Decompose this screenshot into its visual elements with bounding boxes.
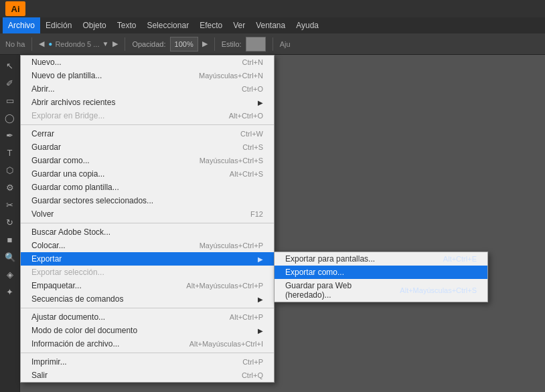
menu-empaquetar[interactable]: Empaquetar... Alt+Mayúsculas+Ctrl+P xyxy=(21,279,274,292)
file-menu-dropdown[interactable]: Nuevo... Ctrl+N Nuevo de plantilla... Ma… xyxy=(20,55,275,383)
brush-name: Redondo 5 ... xyxy=(55,40,99,48)
toolbar-separator-2 xyxy=(125,37,125,51)
separator-4 xyxy=(21,353,274,353)
opacity-value[interactable]: 100% xyxy=(170,37,198,52)
menu-ver[interactable]: Ver xyxy=(228,17,250,33)
menu-guardar-sectores[interactable]: Guardar sectores seleccionados... xyxy=(21,194,274,207)
tool-rotate[interactable]: ↻ xyxy=(2,214,18,230)
menu-cerrar[interactable]: Cerrar Ctrl+W xyxy=(21,127,274,140)
tools-panel: ↖ ✐ ▭ ◯ ✒ T ⬡ ⚙ ✂ ↻ ■ 🔍 ◈ ✦ xyxy=(0,55,20,392)
menu-guardar-como[interactable]: Guardar como... Mayúsculas+Ctrl+S xyxy=(21,154,274,167)
toolbar-separator-3 xyxy=(214,37,215,51)
menu-exportar[interactable]: Exportar ▶ Exportar para pantallas... Al… xyxy=(21,252,274,266)
menu-modo-color[interactable]: Modo de color del documento ▶ xyxy=(21,324,274,337)
menu-seleccionar[interactable]: Seleccionar xyxy=(141,17,194,33)
menu-volver[interactable]: Volver F12 xyxy=(21,207,274,221)
arrow-right-icon[interactable]: ▶ xyxy=(112,39,118,48)
menu-guardar[interactable]: Guardar Ctrl+S xyxy=(21,140,274,154)
main-area: ↖ ✐ ▭ ◯ ✒ T ⬡ ⚙ ✂ ↻ ■ 🔍 ◈ ✦ Nuevo... Ctr… xyxy=(0,55,545,392)
menu-archivo[interactable]: Archivo xyxy=(3,17,40,33)
tool-scissors[interactable]: ✂ xyxy=(2,197,18,213)
menu-buscar-stock[interactable]: Buscar Adobe Stock... xyxy=(21,225,274,239)
tool-zoom[interactable]: 🔍 xyxy=(2,249,18,265)
tool-draw[interactable]: ✐ xyxy=(2,75,18,91)
brush-selector[interactable]: ● Redondo 5 ... ▼ xyxy=(48,40,108,48)
menu-abrir-recientes[interactable]: Abrir archivos recientes ▶ xyxy=(21,96,274,109)
tool-type[interactable]: T xyxy=(2,144,18,161)
tool-ellipse[interactable]: ◯ xyxy=(2,110,18,126)
menu-abrir[interactable]: Abrir... Ctrl+O xyxy=(21,82,274,96)
separator-2 xyxy=(21,223,274,223)
menu-texto[interactable]: Texto xyxy=(112,17,142,33)
title-bar: Ai xyxy=(0,0,545,17)
menu-explorar-bridge: Explorar en Bridge... Alt+Ctrl+O xyxy=(21,109,274,122)
menu-nuevo[interactable]: Nuevo... Ctrl+N xyxy=(21,56,274,69)
style-label: Estilo: xyxy=(222,40,242,48)
tool-color[interactable]: ◈ xyxy=(2,266,18,282)
tool-fill[interactable]: ■ xyxy=(2,231,18,248)
canvas-area: Nuevo... Ctrl+N Nuevo de plantilla... Ma… xyxy=(20,55,545,392)
menu-salir[interactable]: Salir Ctrl+Q xyxy=(21,369,274,382)
menu-ajustar-documento[interactable]: Ajustar documento... Alt+Ctrl+P xyxy=(21,310,274,324)
brush-dropdown-icon[interactable]: ▼ xyxy=(102,40,108,47)
menu-secuencias[interactable]: Secuencias de comandos ▶ xyxy=(21,292,274,306)
arrow-left-icon[interactable]: ◀ xyxy=(39,39,44,48)
menu-guardar-copia[interactable]: Guardar una copia... Alt+Ctrl+S xyxy=(21,167,274,181)
dropdown-overlay: Nuevo... Ctrl+N Nuevo de plantilla... Ma… xyxy=(20,55,545,392)
menu-edicion[interactable]: Edición xyxy=(40,17,77,33)
opacity-label: Opacidad: xyxy=(132,40,165,48)
tool-shape[interactable]: ⬡ xyxy=(2,162,18,178)
menu-objeto[interactable]: Objeto xyxy=(77,17,111,33)
menu-colocar[interactable]: Colocar... Mayúsculas+Ctrl+P xyxy=(21,239,274,252)
exportar-submenu[interactable]: Exportar para pantallas... Alt+Ctrl+E Ex… xyxy=(274,252,488,302)
tool-brush[interactable]: ⚙ xyxy=(2,179,18,195)
tool-select[interactable]: ↖ xyxy=(2,58,18,74)
adjust-label: Aju xyxy=(280,40,291,48)
toolbar: No ha ◀ ● Redondo 5 ... ▼ ▶ Opacidad: 10… xyxy=(0,33,545,55)
tool-extra[interactable]: ✦ xyxy=(2,284,18,300)
menu-exportar-seleccion: Exportar selección... xyxy=(21,266,274,279)
menu-ayuda[interactable]: Ayuda xyxy=(291,17,324,33)
toolbar-separator-1 xyxy=(31,37,32,51)
opacity-arrow-icon[interactable]: ▶ xyxy=(202,39,208,48)
menu-efecto[interactable]: Efecto xyxy=(194,17,228,33)
menu-guardar-plantilla[interactable]: Guardar como plantilla... xyxy=(21,181,274,194)
toolbar-separator-4 xyxy=(272,37,273,51)
separator-3 xyxy=(21,308,274,308)
submenu-exportar-como[interactable]: Exportar como... xyxy=(275,266,487,279)
menu-imprimir[interactable]: Imprimir... Ctrl+P xyxy=(21,355,274,369)
toolbar-no-label: No ha xyxy=(5,40,25,48)
menu-bar: Archivo Edición Objeto Texto Seleccionar… xyxy=(0,17,545,33)
submenu-guardar-web[interactable]: Guardar para Web (heredado)... Alt+Mayús… xyxy=(275,279,487,302)
menu-informacion[interactable]: Información de archivo... Alt+Mayúsculas… xyxy=(21,337,274,351)
tool-pen[interactable]: ✒ xyxy=(2,127,18,143)
menu-ventana[interactable]: Ventana xyxy=(250,17,291,33)
style-value[interactable] xyxy=(246,37,266,52)
separator-1 xyxy=(21,124,274,125)
tool-rectangle[interactable]: ▭ xyxy=(2,92,18,108)
app-logo: Ai xyxy=(5,1,25,16)
submenu-exportar-pantallas[interactable]: Exportar para pantallas... Alt+Ctrl+E xyxy=(275,252,487,266)
menu-nuevo-plantilla[interactable]: Nuevo de plantilla... Mayúsculas+Ctrl+N xyxy=(21,69,274,82)
